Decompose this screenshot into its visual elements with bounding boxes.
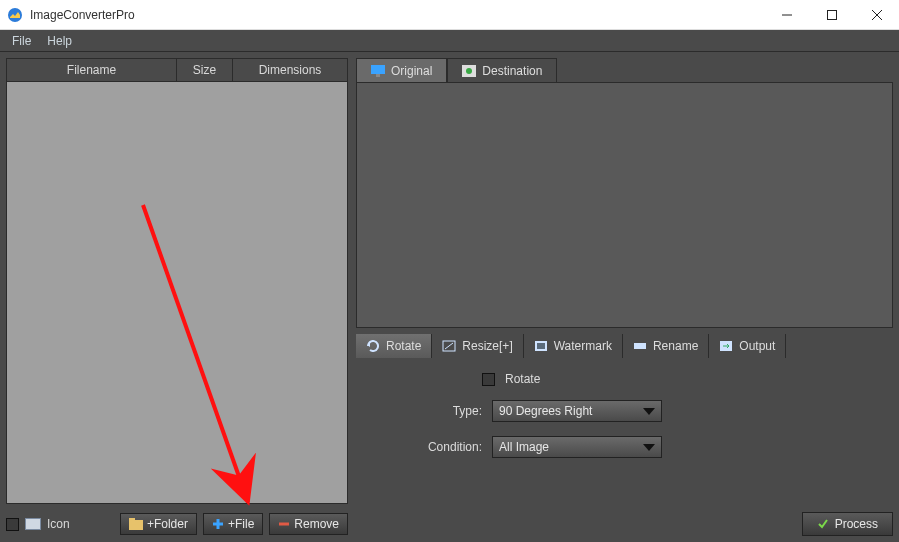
- type-select[interactable]: 90 Degrees Right: [492, 400, 662, 422]
- rotate-icon: [366, 340, 380, 352]
- type-select-value: 90 Degrees Right: [499, 404, 592, 418]
- menubar: File Help: [0, 30, 899, 52]
- svg-rect-11: [376, 74, 380, 77]
- svg-rect-6: [129, 518, 135, 522]
- tab-original[interactable]: Original: [356, 58, 447, 82]
- rotate-checkbox[interactable]: [482, 373, 495, 386]
- menu-file[interactable]: File: [4, 32, 39, 50]
- rotate-options: Rotate Type: 90 Degrees Right Condition:…: [356, 358, 893, 468]
- add-folder-label: +Folder: [147, 517, 188, 531]
- preview-area: [356, 82, 893, 328]
- op-resize[interactable]: Resize[+]: [432, 334, 523, 358]
- menu-help[interactable]: Help: [39, 32, 80, 50]
- main-body: Filename Size Dimensions Icon +Folder +F…: [0, 52, 899, 542]
- monitor-icon: [371, 65, 385, 77]
- preview-tabs: Original Destination: [356, 58, 893, 82]
- file-table-header: Filename Size Dimensions: [7, 59, 347, 82]
- maximize-button[interactable]: [809, 0, 854, 29]
- type-label: Type:: [416, 404, 482, 418]
- op-output[interactable]: Output: [709, 334, 786, 358]
- chevron-down-icon: [643, 408, 655, 415]
- folder-icon: [129, 518, 143, 530]
- thumbnail-icon: [25, 518, 41, 530]
- op-output-label: Output: [739, 339, 775, 353]
- titlebar: ImageConverterPro: [0, 0, 899, 30]
- left-panel: Filename Size Dimensions Icon +Folder +F…: [6, 58, 348, 536]
- file-table-body[interactable]: [7, 82, 347, 503]
- icon-label: Icon: [47, 517, 70, 531]
- add-folder-button[interactable]: +Folder: [120, 513, 197, 535]
- window-controls: [764, 0, 899, 29]
- rename-icon: [633, 340, 647, 352]
- process-label: Process: [835, 517, 878, 531]
- destination-icon: [462, 65, 476, 77]
- col-filename[interactable]: Filename: [7, 59, 177, 82]
- tab-original-label: Original: [391, 64, 432, 78]
- tab-destination-label: Destination: [482, 64, 542, 78]
- op-watermark-label: Watermark: [554, 339, 612, 353]
- add-file-label: +File: [228, 517, 254, 531]
- left-footer: Icon +Folder +File Remove: [6, 512, 348, 536]
- app-icon: [7, 7, 23, 23]
- op-resize-label: Resize[+]: [462, 339, 512, 353]
- add-file-button[interactable]: +File: [203, 513, 263, 535]
- svg-rect-10: [371, 65, 385, 74]
- process-button[interactable]: Process: [802, 512, 893, 536]
- rotate-checkbox-label: Rotate: [505, 372, 540, 386]
- svg-point-13: [466, 68, 472, 74]
- app-title: ImageConverterPro: [30, 8, 764, 22]
- col-dimensions[interactable]: Dimensions: [233, 59, 347, 82]
- op-rotate-label: Rotate: [386, 339, 421, 353]
- output-icon: [719, 340, 733, 352]
- minimize-button[interactable]: [764, 0, 809, 29]
- condition-select[interactable]: All Image: [492, 436, 662, 458]
- file-table: Filename Size Dimensions: [6, 58, 348, 504]
- right-panel: Original Destination Rotate Resize[+] Wa…: [356, 58, 893, 536]
- op-rename[interactable]: Rename: [623, 334, 709, 358]
- col-size[interactable]: Size: [177, 59, 233, 82]
- minus-icon: [278, 518, 290, 530]
- resize-icon: [442, 340, 456, 352]
- operation-tabs: Rotate Resize[+] Watermark Rename Output: [356, 334, 893, 358]
- check-icon: [817, 518, 829, 530]
- op-rotate[interactable]: Rotate: [356, 334, 432, 358]
- op-rename-label: Rename: [653, 339, 698, 353]
- condition-label: Condition:: [416, 440, 482, 454]
- icon-checkbox[interactable]: [6, 518, 19, 531]
- op-watermark[interactable]: Watermark: [524, 334, 623, 358]
- condition-select-value: All Image: [499, 440, 549, 454]
- svg-rect-17: [634, 343, 646, 349]
- remove-label: Remove: [294, 517, 339, 531]
- watermark-icon: [534, 340, 548, 352]
- tab-destination[interactable]: Destination: [447, 58, 557, 82]
- chevron-down-icon: [643, 444, 655, 451]
- svg-rect-2: [827, 10, 836, 19]
- remove-button[interactable]: Remove: [269, 513, 348, 535]
- plus-icon: [212, 518, 224, 530]
- close-button[interactable]: [854, 0, 899, 29]
- svg-rect-16: [537, 343, 545, 349]
